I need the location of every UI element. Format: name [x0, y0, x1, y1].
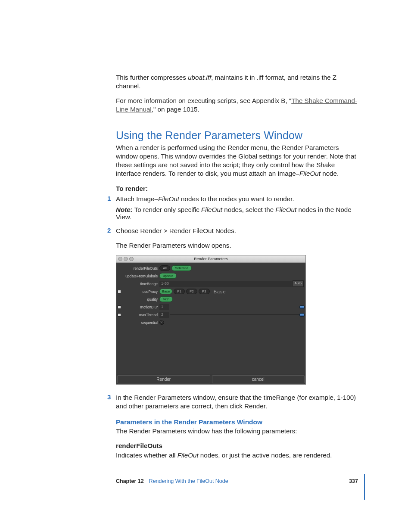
section-heading: Using the Render Parameters Window: [116, 129, 361, 142]
label-renderfileouts: renderFileOuts: [118, 266, 159, 271]
chapter-title: Rendering With the FileOut Node: [149, 478, 228, 484]
label-sequential: sequential: [118, 320, 159, 325]
intro-paragraph-1: This further compresses uboat.iff, maint…: [116, 73, 361, 90]
slider-thumb-icon[interactable]: [299, 305, 305, 309]
step-1-note: Note: To render only specific FileOut no…: [116, 206, 361, 221]
label-proxy-base: Base: [214, 289, 226, 294]
margin-rule: [364, 474, 365, 500]
step-number-2: 2: [107, 227, 111, 234]
step-3: 3 In the Render Parameters window, ensur…: [116, 393, 361, 411]
expand-toggle-useproxy[interactable]: [118, 290, 121, 293]
subsection-heading: Parameters in the Render Parameters Wind…: [116, 418, 361, 426]
slider-motionblur[interactable]: [170, 307, 304, 307]
button-selected[interactable]: Selected: [171, 265, 192, 271]
input-motionblur[interactable]: 1: [159, 304, 169, 310]
label-quality: quality: [118, 297, 159, 302]
button-auto[interactable]: Auto: [293, 280, 304, 287]
button-cancel[interactable]: cancel: [212, 375, 305, 383]
label-maxthread: maxThread: [118, 313, 159, 317]
intro-paragraph-2: For more information on executing script…: [116, 96, 361, 114]
button-quality-high[interactable]: high: [159, 296, 173, 302]
page-number: 337: [349, 478, 361, 484]
chapter-number: Chapter 12: [116, 478, 144, 484]
label-motionblur: motionBlur: [118, 305, 159, 309]
step-2-result: The Render Parameters window opens.: [116, 241, 361, 250]
subsection-intro: The Render Parameters window has the fol…: [116, 427, 361, 436]
page-footer: Chapter 12 Rendering With the FileOut No…: [116, 478, 361, 484]
button-proxy-base[interactable]: Base: [159, 289, 172, 294]
input-timerange[interactable]: 1-50: [159, 281, 292, 287]
expand-toggle-maxthread[interactable]: [118, 313, 121, 317]
step-number-3: 3: [107, 393, 111, 401]
step-number-1: 1: [107, 195, 111, 202]
param-renderfileouts-title: renderFileOuts: [116, 442, 361, 450]
toggle-sequential[interactable]: [159, 320, 164, 325]
button-proxy-p2[interactable]: P2: [186, 289, 197, 294]
button-all[interactable]: All: [159, 265, 170, 271]
filename-uboat: uboat.iff: [188, 74, 211, 81]
step-2: 2 Choose Render > Render FileOut Nodes. …: [116, 227, 361, 385]
label-updatefromglobals: updateFromGlobals: [118, 274, 159, 278]
input-maxthread[interactable]: 2: [159, 312, 169, 318]
button-render[interactable]: Render: [117, 375, 210, 383]
expand-toggle-motionblur[interactable]: [118, 305, 121, 309]
heading-paragraph: When a render is performed using the Ren…: [116, 143, 361, 178]
step-1: 1 Attach Image–FileOut nodes to the node…: [116, 195, 361, 221]
to-render-label: To render:: [116, 184, 361, 193]
window-title: Render Parameters: [116, 257, 305, 261]
param-renderfileouts-desc: Indicates whether all FileOut nodes, or …: [116, 451, 361, 460]
button-update[interactable]: update: [159, 273, 177, 279]
button-proxy-p1[interactable]: P1: [174, 289, 185, 294]
label-timerange: timeRange: [118, 282, 159, 286]
slider-thumb-icon[interactable]: [299, 313, 305, 317]
label-useproxy: useProxy: [118, 289, 159, 294]
window-titlebar: Render Parameters: [116, 255, 305, 263]
slider-maxthread[interactable]: [170, 314, 304, 315]
button-proxy-p3[interactable]: P3: [199, 289, 210, 294]
render-parameters-window: Render Parameters renderFileOuts All Sel…: [116, 255, 306, 385]
